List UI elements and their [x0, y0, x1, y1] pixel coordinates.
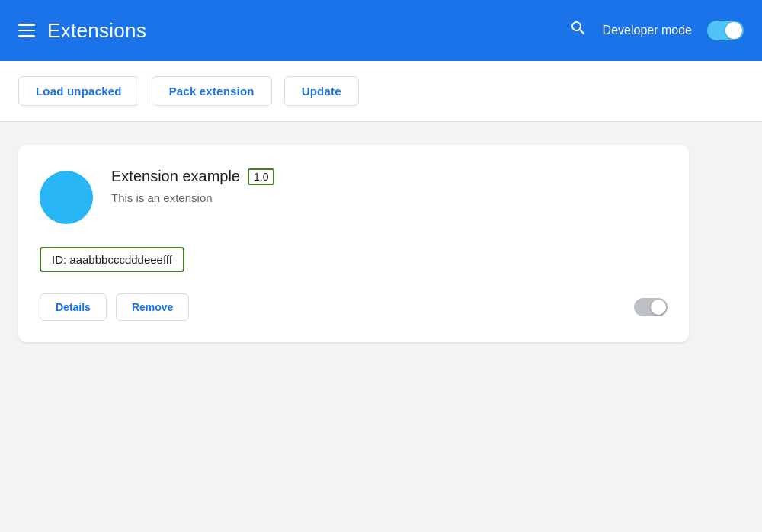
update-button[interactable]: Update [284, 76, 359, 106]
app-header: Extensions Developer mode [0, 0, 762, 61]
header-left: Extensions [18, 19, 146, 43]
page-title: Extensions [47, 19, 146, 43]
load-unpacked-button[interactable]: Load unpacked [18, 76, 139, 106]
developer-mode-label: Developer mode [603, 24, 692, 37]
search-icon[interactable] [569, 19, 588, 42]
main-content: Extension example 1.0 This is an extensi… [0, 122, 762, 365]
card-top: Extension example 1.0 This is an extensi… [40, 168, 668, 224]
extension-card: Extension example 1.0 This is an extensi… [18, 145, 689, 342]
extension-name-row: Extension example 1.0 [111, 168, 668, 185]
extension-description: This is an extension [111, 191, 668, 204]
developer-mode-toggle[interactable] [707, 21, 744, 40]
card-bottom: Details Remove [40, 293, 668, 321]
toggle-knob [725, 22, 742, 39]
extension-info: Extension example 1.0 This is an extensi… [111, 168, 668, 204]
version-badge: 1.0 [248, 168, 274, 185]
extension-enabled-toggle[interactable] [634, 298, 668, 316]
card-actions: Details Remove [40, 293, 189, 321]
id-row: ID: aaabbbcccdddeeefff [40, 247, 668, 272]
toolbar: Load unpacked Pack extension Update [0, 61, 762, 122]
header-right: Developer mode [569, 19, 744, 42]
extension-toggle-knob [651, 300, 666, 315]
extension-id: ID: aaabbbcccdddeeefff [40, 247, 184, 272]
extension-name: Extension example [111, 168, 240, 185]
pack-extension-button[interactable]: Pack extension [152, 76, 272, 106]
remove-button[interactable]: Remove [116, 293, 189, 321]
hamburger-menu-icon[interactable] [18, 24, 35, 37]
details-button[interactable]: Details [40, 293, 107, 321]
extension-icon [40, 171, 93, 224]
